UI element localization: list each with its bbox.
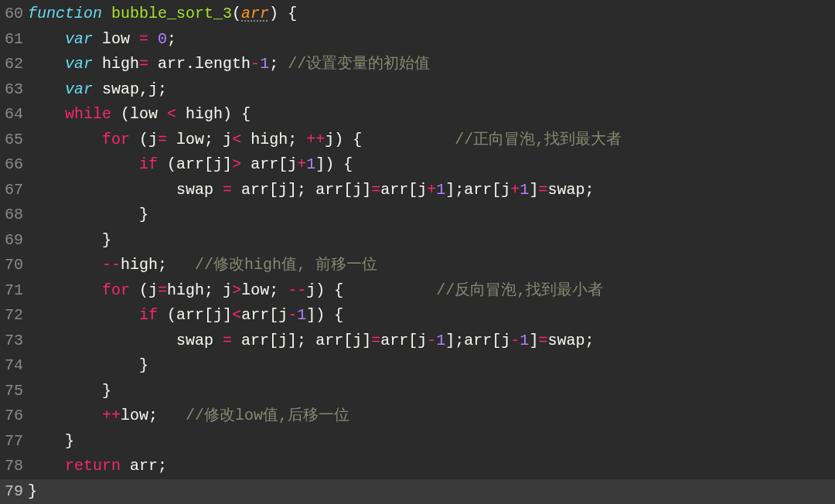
code-line[interactable]: while (low < high) { bbox=[28, 102, 835, 128]
code-line[interactable]: if (arr[j]> arr[j+1]) { bbox=[28, 152, 835, 178]
token-ident: j bbox=[501, 181, 510, 199]
token-kw2: if bbox=[139, 155, 167, 173]
token-ident: arr bbox=[176, 155, 204, 173]
token-ident: j bbox=[353, 181, 362, 199]
line-number-gutter: 6061626364656667686970717273747576777879 bbox=[0, 0, 28, 504]
token-punct: ; bbox=[269, 281, 288, 299]
token-ident: j bbox=[213, 306, 223, 324]
token-cmt: //反向冒泡,找到最小者 bbox=[436, 281, 603, 299]
token-op: + bbox=[510, 181, 520, 199]
token-ident: arr bbox=[380, 332, 408, 349]
token-kw1: var bbox=[65, 30, 102, 48]
token-punct: ) bbox=[334, 131, 343, 148]
line-number: 73 bbox=[0, 329, 28, 354]
token-punct: ; bbox=[158, 457, 167, 475]
token-punct bbox=[334, 155, 343, 173]
code-line[interactable]: var high= arr.length-1; //设置变量的初始值 bbox=[28, 52, 835, 77]
token-punct: ; bbox=[204, 281, 223, 299]
token-op: = bbox=[371, 332, 380, 349]
token-kw1: var bbox=[65, 80, 102, 98]
token-num: 1 bbox=[306, 155, 315, 173]
token-ident: j bbox=[278, 332, 288, 349]
token-punct: { bbox=[334, 306, 343, 324]
code-line[interactable]: } bbox=[28, 379, 835, 404]
token-ident: swap bbox=[547, 332, 584, 349]
line-number: 66 bbox=[0, 152, 28, 178]
token-punct bbox=[28, 155, 139, 173]
token-punct: [ bbox=[278, 155, 288, 173]
token-op: < bbox=[232, 306, 241, 324]
token-ident: high bbox=[121, 256, 158, 274]
token-ident: j bbox=[148, 131, 158, 148]
code-line[interactable]: swap = arr[j]; arr[j]=arr[j-1];arr[j-1]=… bbox=[28, 329, 835, 354]
code-line[interactable]: function bubble_sort_3(arr) { bbox=[28, 2, 835, 27]
code-line[interactable]: } bbox=[28, 203, 835, 228]
code-line[interactable]: } bbox=[28, 353, 835, 379]
code-line[interactable]: for (j= low; j< high; ++j) { //正向冒泡,找到最大… bbox=[28, 128, 835, 153]
token-kw2: while bbox=[65, 105, 121, 123]
code-area[interactable]: function bubble_sort_3(arr) { var low = … bbox=[28, 0, 835, 504]
line-number: 64 bbox=[0, 102, 28, 128]
token-punct bbox=[28, 407, 102, 424]
token-punct: { bbox=[288, 5, 297, 22]
token-punct: [ bbox=[204, 155, 213, 173]
token-punct bbox=[362, 131, 455, 148]
code-line[interactable]: } bbox=[28, 228, 835, 254]
token-punct: ]; bbox=[288, 332, 315, 349]
token-kw2: if bbox=[139, 306, 167, 324]
token-ident: j bbox=[223, 281, 232, 299]
token-punct: } bbox=[65, 432, 74, 450]
token-op: + bbox=[297, 155, 306, 173]
line-number: 60 bbox=[0, 2, 28, 27]
token-ident: j bbox=[278, 306, 288, 324]
token-punct bbox=[28, 131, 102, 148]
code-line[interactable]: ++low; //修改low值,后移一位 bbox=[28, 404, 835, 429]
token-punct: { bbox=[241, 105, 250, 123]
code-line[interactable]: } bbox=[28, 429, 835, 455]
token-punct: ( bbox=[232, 5, 241, 22]
code-editor[interactable]: 6061626364656667686970717273747576777879… bbox=[0, 0, 835, 504]
token-punct: [ bbox=[408, 332, 418, 349]
token-punct bbox=[343, 281, 436, 299]
token-ident: arr bbox=[464, 332, 492, 349]
token-punct: [ bbox=[492, 332, 501, 349]
token-kw2: for bbox=[102, 281, 139, 299]
token-op: = bbox=[139, 30, 158, 48]
token-op: = bbox=[223, 332, 241, 349]
token-op: < bbox=[167, 105, 186, 123]
token-punct: , bbox=[139, 80, 148, 98]
token-op: = bbox=[538, 332, 547, 349]
token-punct bbox=[232, 105, 241, 123]
code-line[interactable]: var low = 0; bbox=[28, 27, 835, 53]
token-op: = bbox=[139, 55, 158, 73]
token-ident: j bbox=[418, 181, 427, 199]
token-ident: arr bbox=[241, 332, 269, 349]
token-ident: arr bbox=[241, 306, 269, 324]
token-op: < bbox=[232, 131, 250, 148]
token-ident: low bbox=[176, 131, 204, 148]
token-ident: arr bbox=[380, 181, 408, 199]
token-punct: [ bbox=[269, 181, 278, 199]
token-ident: swap bbox=[547, 181, 584, 199]
token-ident: swap bbox=[176, 332, 223, 349]
token-op: > bbox=[232, 155, 250, 173]
token-ident: arr bbox=[241, 181, 269, 199]
line-number: 68 bbox=[0, 203, 28, 228]
token-ident: swap bbox=[176, 181, 223, 199]
token-punct bbox=[325, 306, 334, 324]
code-line[interactable]: if (arr[j]<arr[j-1]) { bbox=[28, 303, 835, 329]
code-line[interactable]: for (j=high; j>low; --j) { //反向冒泡,找到最小者 bbox=[28, 278, 835, 304]
token-ident: arr bbox=[315, 332, 343, 349]
token-punct bbox=[28, 332, 176, 349]
token-punct bbox=[28, 231, 102, 249]
code-line[interactable]: swap = arr[j]; arr[j]=arr[j+1];arr[j+1]=… bbox=[28, 178, 835, 203]
code-line[interactable]: var swap,j; bbox=[28, 77, 835, 103]
token-punct: } bbox=[139, 356, 148, 374]
token-punct: ; bbox=[158, 80, 167, 98]
token-punct: ; bbox=[584, 181, 594, 199]
code-line[interactable]: } bbox=[28, 479, 835, 505]
code-line[interactable]: return arr; bbox=[28, 454, 835, 479]
token-punct: ; bbox=[167, 30, 176, 48]
code-line[interactable]: --high; //修改high值, 前移一位 bbox=[28, 253, 835, 278]
token-op: = bbox=[158, 281, 167, 299]
